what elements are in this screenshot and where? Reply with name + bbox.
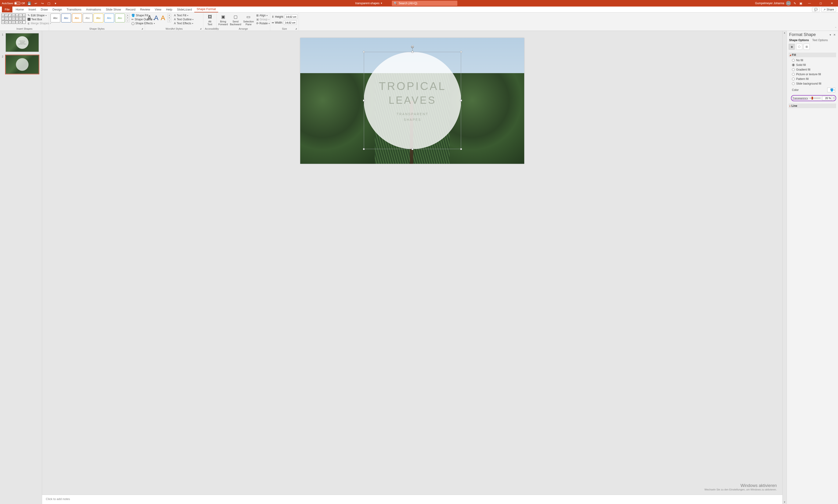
- style-swatch-3[interactable]: Abc: [72, 14, 82, 22]
- group-label-wordart: WordArt Styles◢: [146, 27, 202, 30]
- start-from-beginning-icon[interactable]: ▢: [47, 1, 51, 5]
- tab-insert[interactable]: Insert: [26, 7, 39, 12]
- width-icon: ⇔: [272, 21, 274, 24]
- autosave-state: Off: [21, 2, 25, 5]
- shape-styles-launcher-icon[interactable]: ◢: [141, 28, 143, 30]
- height-row: ⇕ Height:: [272, 15, 297, 19]
- rotate-button[interactable]: ⟳Rotate▾: [256, 21, 270, 25]
- autosave-toggle[interactable]: AutoSave Off: [2, 2, 25, 5]
- merge-shapes-button[interactable]: ◐Merge Shapes▾: [27, 21, 51, 25]
- ribbon-tabs: File Home Insert Draw Design Transitions…: [0, 6, 838, 13]
- wordart-swatch-2[interactable]: A: [154, 14, 159, 22]
- group-button[interactable]: ▣Group▾: [256, 18, 270, 21]
- send-backward-icon: ▢: [233, 14, 238, 20]
- document-title[interactable]: transparent-shapes ▼: [355, 2, 383, 5]
- tab-home[interactable]: Home: [13, 7, 26, 12]
- search-icon: 🔍: [394, 2, 397, 5]
- group-icon: ▣: [256, 18, 259, 21]
- bring-forward-icon: ▣: [220, 14, 226, 20]
- text-effects-button[interactable]: AText Effects▾: [174, 21, 194, 25]
- size-launcher-icon[interactable]: ◢: [295, 28, 297, 30]
- search-placeholder: Search (Alt+Q): [399, 2, 417, 5]
- group-insert-shapes: ▭╲╲▭▭○△ △⌊⌊⇨⬡⬡▢ ∿∿{}☆▾ ✎Edit Shape▾ 🅰Tex…: [0, 13, 49, 31]
- text-fill-button[interactable]: AText Fill▾: [174, 14, 194, 17]
- minimize-button[interactable]: —: [805, 0, 814, 6]
- text-outline-button[interactable]: AText Outline▾: [174, 18, 194, 21]
- share-button[interactable]: ↗Share: [821, 7, 836, 12]
- share-icon: ↗: [823, 8, 826, 11]
- align-button[interactable]: ⊞Align▾: [256, 14, 270, 17]
- width-input[interactable]: [284, 20, 296, 25]
- shapes-gallery[interactable]: ▭╲╲▭▭○△ △⌊⌊⇨⬡⬡▢ ∿∿{}☆▾: [1, 14, 26, 24]
- fill-bucket-icon: 🪣: [132, 14, 135, 17]
- tab-view[interactable]: View: [153, 7, 164, 12]
- coming-soon-icon[interactable]: ✎: [793, 1, 797, 5]
- tab-draw[interactable]: Draw: [38, 7, 50, 12]
- tab-slide-show[interactable]: Slide Show: [103, 7, 123, 12]
- effects-icon: ◯: [132, 22, 135, 25]
- merge-shapes-icon: ◐: [28, 22, 30, 25]
- group-label-insert-shapes: Insert Shapes: [1, 27, 48, 30]
- ribbon: ▭╲╲▭▭○△ △⌊⌊⇨⬡⬡▢ ∿∿{}☆▾ ✎Edit Shape▾ 🅰Tex…: [0, 13, 838, 31]
- height-icon: ⇕: [272, 15, 274, 18]
- width-label: Width:: [275, 21, 283, 24]
- comments-button[interactable]: 💬: [812, 7, 820, 12]
- wordart-launcher-icon[interactable]: ◢: [200, 28, 201, 30]
- tab-animations[interactable]: Animations: [84, 7, 103, 12]
- text-box-button[interactable]: 🅰Text Box: [27, 18, 51, 21]
- group-label-shape-styles: Shape Styles◢: [51, 27, 143, 30]
- tab-file[interactable]: File: [2, 6, 12, 12]
- autosave-switch-icon: [14, 2, 21, 5]
- send-backward-button[interactable]: ▢Send Backward: [230, 14, 241, 26]
- group-shape-styles: Abc Abc Abc Abc Abc Abc Abc ▴▾▿ 🪣Shape F…: [49, 13, 145, 31]
- group-size: ⇕ Height: ⇔ Width: Size◢: [270, 13, 299, 31]
- wordart-gallery-nav[interactable]: ▴▾▿: [168, 14, 171, 22]
- tab-slidelizard[interactable]: SlideLizard: [175, 7, 194, 12]
- style-swatch-4[interactable]: Abc: [83, 14, 92, 22]
- style-swatch-5[interactable]: Abc: [93, 14, 103, 22]
- maximize-button[interactable]: ◻: [816, 0, 825, 6]
- alt-text-button[interactable]: 🖼 Alt Text: [205, 14, 215, 26]
- height-input[interactable]: [285, 15, 297, 19]
- collapse-ribbon-icon[interactable]: ⌃: [835, 26, 837, 29]
- user-name: Gumpelmeyer Johanna: [755, 2, 784, 5]
- wordart-gallery[interactable]: A A A ▴▾▿: [146, 14, 172, 22]
- tab-transitions[interactable]: Transitions: [64, 7, 84, 12]
- text-outline-icon: A: [174, 18, 176, 21]
- width-row: ⇔ Width:: [272, 20, 297, 25]
- tab-help[interactable]: Help: [164, 7, 175, 12]
- save-icon[interactable]: 💾: [27, 1, 31, 5]
- edit-shape-button[interactable]: ✎Edit Shape▾: [27, 14, 51, 17]
- close-button[interactable]: ✕: [827, 0, 837, 6]
- selection-pane-icon: ▭: [246, 14, 251, 20]
- style-swatch-2[interactable]: Abc: [61, 14, 71, 22]
- search-box[interactable]: 🔍 Search (Alt+Q): [392, 1, 457, 6]
- wordart-swatch-1[interactable]: A: [147, 14, 152, 22]
- edit-shape-icon: ✎: [28, 14, 30, 17]
- undo-icon[interactable]: ↩: [34, 1, 38, 5]
- bring-forward-button[interactable]: ▣Bring Forward: [218, 14, 228, 26]
- tab-design[interactable]: Design: [50, 7, 64, 12]
- wordart-swatch-3[interactable]: A: [161, 14, 165, 22]
- group-wordart-styles: A A A ▴▾▿ AText Fill▾ AText Outline▾ ATe…: [145, 13, 204, 31]
- ribbon-display-icon[interactable]: ▣: [799, 1, 803, 5]
- tab-record[interactable]: Record: [123, 7, 138, 12]
- user-avatar[interactable]: GJ: [786, 1, 791, 6]
- group-arrange: ▣Bring Forward ▢Send Backward ▭Selection…: [216, 13, 270, 31]
- gallery-nav[interactable]: ▴▾▿: [126, 14, 129, 22]
- style-swatch-1[interactable]: Abc: [51, 14, 60, 22]
- group-label-accessibility: Accessibility: [205, 27, 215, 30]
- title-bar: AutoSave Off 💾 ↩ ↪ ▢ ▾ transparent-shape…: [0, 0, 838, 6]
- redo-icon[interactable]: ↪: [40, 1, 45, 5]
- qat-more-icon[interactable]: ▾: [53, 1, 57, 5]
- selection-pane-button[interactable]: ▭Selection Pane: [243, 14, 254, 26]
- tab-shape-format[interactable]: Shape Format: [194, 6, 218, 12]
- shape-style-gallery[interactable]: Abc Abc Abc Abc Abc Abc Abc ▴▾▿: [51, 14, 129, 22]
- text-fill-icon: A: [174, 14, 176, 17]
- style-swatch-7[interactable]: Abc: [115, 14, 125, 22]
- text-box-icon: 🅰: [28, 18, 30, 21]
- group-label-size: Size◢: [272, 27, 297, 30]
- tab-review[interactable]: Review: [138, 7, 153, 12]
- text-effects-icon: A: [174, 22, 176, 25]
- style-swatch-6[interactable]: Abc: [104, 14, 114, 22]
